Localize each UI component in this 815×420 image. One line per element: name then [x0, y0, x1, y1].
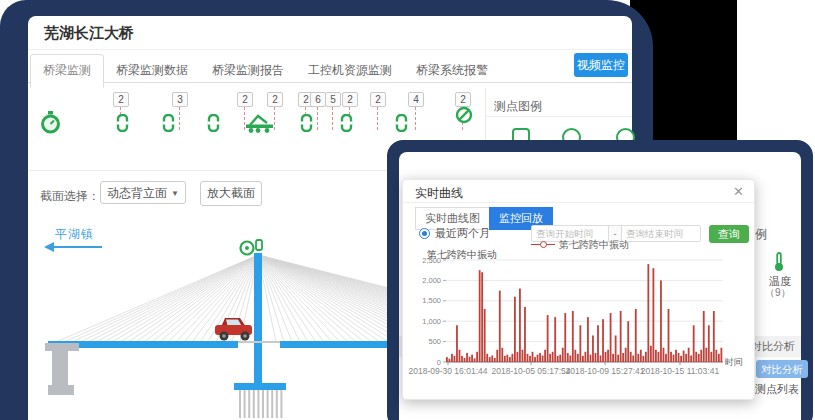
recent-range-label: 最近两个月 [435, 226, 490, 241]
sensor-count-badge: 2 [267, 92, 283, 107]
tower-sensor-dot [245, 246, 249, 250]
title-divider [28, 49, 632, 50]
enlarge-section-button[interactable]: 放大截面 [200, 181, 262, 206]
bridge-tower [254, 253, 262, 390]
video-monitor-button[interactable]: 视频监控 [574, 53, 628, 77]
sensor-tick-line [377, 107, 378, 130]
svg-text:1,500: 1,500 [422, 296, 441, 305]
dialog-header: 实时曲线 ✕ [403, 180, 754, 203]
sensor-count-badge: 4 [408, 92, 424, 107]
legend-series-label: 第七跨跨中振动 [559, 239, 629, 250]
pile-foundation [240, 390, 281, 418]
sensor-tick-line [317, 107, 318, 130]
x-axis-title: 时间 [725, 356, 743, 369]
svg-text:1,000: 1,000 [422, 317, 441, 326]
sensor-count-badge: 6 [310, 92, 326, 107]
dialog-title: 实时曲线 [415, 185, 463, 202]
link-icon[interactable] [300, 114, 313, 136]
main-tab-1[interactable]: 桥梁监测数据 [104, 55, 200, 87]
svg-text:500: 500 [428, 337, 441, 346]
query-button[interactable]: 查询 [709, 225, 749, 243]
tower-link-sensor-icon[interactable] [256, 240, 262, 250]
sensor-tick-line [179, 107, 180, 130]
ban-icon[interactable] [455, 106, 473, 128]
chart-bars [446, 264, 722, 362]
x-tick-label: 2018-09-30 16:01:44 [403, 366, 493, 376]
pier-cap [234, 383, 286, 390]
chart-legend: 第七跨跨中振动 [531, 238, 629, 252]
thermometer-icon[interactable] [773, 252, 785, 272]
sensor-count-badge: 2 [113, 92, 129, 107]
sensor-count-badge: 2 [342, 92, 358, 107]
realtime-curve-dialog: 实时曲线 ✕ 实时曲线图监控回放 最近两个月 - 查询 第七跨跨中振动 第七跨跨… [402, 179, 755, 400]
link-icon[interactable] [340, 114, 353, 136]
sensor-count-badge: 5 [325, 92, 341, 107]
truck-icon[interactable] [244, 112, 276, 138]
section-select-value: 动态背立面 [107, 186, 167, 200]
main-tab-bar: 桥梁监测桥梁监测数据桥梁监测报告工控机资源监测桥梁系统报警 [28, 53, 632, 83]
close-icon[interactable]: ✕ [733, 184, 744, 199]
link-icon[interactable] [207, 114, 220, 136]
main-tab-3[interactable]: 工控机资源监测 [296, 55, 404, 87]
direction-arrow-head [44, 242, 54, 252]
sensor-tick-line [332, 107, 333, 130]
vibration-chart: 05001,0001,5002,0002,500 [403, 256, 756, 372]
page-title: 芜湖长江大桥 [44, 24, 134, 43]
compare-section-header: 对比分析 [751, 336, 795, 357]
recent-range-radio[interactable] [419, 228, 430, 239]
compare-analysis-button[interactable]: 对比分析 [756, 360, 808, 378]
main-tab-2[interactable]: 桥梁监测报告 [200, 55, 296, 87]
legend-panel-title: 测点图例 [494, 98, 542, 115]
link-icon[interactable] [162, 114, 175, 136]
temperature-point-count: （9） [765, 286, 791, 300]
legend-panel-underline [485, 116, 632, 117]
link-icon[interactable] [395, 114, 408, 136]
deck-expansion-joint [238, 341, 280, 343]
svg-text:2,500: 2,500 [422, 256, 441, 265]
sensor-count-badge: 2 [370, 92, 386, 107]
sensor-count-badge: 2 [455, 92, 471, 107]
query-end-time-input[interactable] [621, 225, 701, 242]
abutment [45, 343, 79, 395]
section-select-label: 截面选择： [40, 188, 100, 205]
stopwatch-icon[interactable] [40, 111, 62, 139]
sensor-count-badge: 3 [172, 92, 188, 107]
chevron-down-icon: ▼ [171, 182, 179, 205]
section-select-dropdown[interactable]: 动态背立面 ▼ [100, 181, 186, 204]
svg-text:2,000: 2,000 [422, 276, 441, 285]
link-icon[interactable] [116, 114, 129, 136]
main-tab-0[interactable]: 桥梁监测 [30, 54, 104, 88]
x-tick-label: 2018-10-15 11:03:41 [635, 366, 725, 376]
legend-marker-icon [531, 241, 555, 248]
point-list-header: 测点列表 [755, 382, 799, 397]
main-tab-4[interactable]: 桥梁系统报警 [404, 55, 500, 87]
sensor-tick-line [415, 107, 416, 130]
sensor-count-badge: 2 [237, 92, 253, 107]
